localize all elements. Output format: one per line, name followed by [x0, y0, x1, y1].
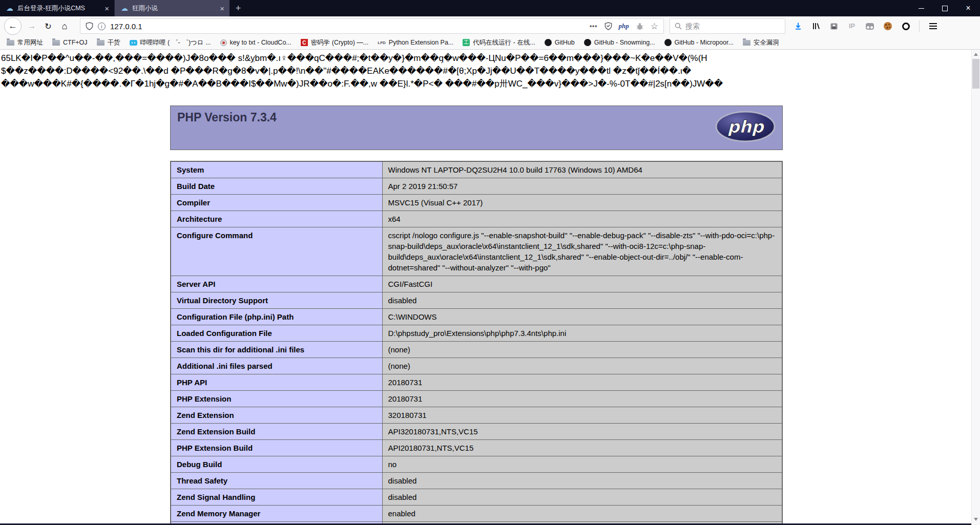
bookmark-label: GitHub - Micropoor...: [675, 39, 734, 46]
garbled-text-line: ���w���K#�{����.�Γ�1hj�g�#�A��B���I$��Mw…: [0, 77, 980, 90]
phpinfo-row-label: Virtual Directory Support: [171, 292, 382, 309]
page-actions-icon[interactable]: [590, 23, 598, 30]
phpinfo-row-value: CGI/FastCGI: [382, 276, 782, 292]
table-row: Debug Buildno: [171, 456, 782, 473]
home-button[interactable]: [56, 18, 73, 34]
url-input[interactable]: [110, 22, 585, 31]
table-row: Virtual Directory Supportdisabled: [171, 292, 782, 309]
tab-close-icon[interactable]: [219, 5, 225, 12]
search-bar[interactable]: [670, 18, 785, 34]
phpinfo-row-value: x64: [382, 211, 782, 227]
bookmark-item[interactable]: GitHub - Micropoor...: [660, 37, 738, 48]
phpinfo-row-label: PHP Extension: [171, 391, 382, 407]
phpinfo-row-value: (none): [382, 358, 782, 374]
search-icon: [675, 23, 682, 30]
phpinfo-row-value: disabled: [382, 489, 782, 506]
bookmark-item[interactable]: 工代码在线运行 - 在线...: [458, 37, 540, 48]
table-row: Loaded Configuration FileD:\phpstudy_pro…: [171, 325, 782, 342]
table-row: Additional .ini files parsed(none): [171, 358, 782, 374]
phpinfo-row-value: 20180731: [382, 374, 782, 391]
zap-extension-button[interactable]: [900, 20, 912, 32]
bookmark-item[interactable]: GitHub: [540, 37, 579, 48]
library-button[interactable]: [810, 20, 822, 32]
scroll-up-icon[interactable]: [974, 53, 978, 56]
library-icon: [812, 22, 821, 30]
window-controls: [909, 0, 980, 16]
crypto-site-icon: C: [301, 39, 308, 46]
table-row: CompilerMSVC15 (Visual C++ 2017): [171, 195, 782, 211]
tab-novel-site[interactable]: 狂雨小说: [115, 0, 230, 16]
url-bar[interactable]: php: [80, 18, 664, 34]
phpinfo-row-label: Compiler: [171, 195, 382, 211]
folder-icon: [7, 40, 14, 46]
bookmark-item[interactable]: LFDPython Extension Pa...: [373, 37, 458, 48]
hamburger-menu-icon: [929, 23, 937, 29]
table-row: Server APICGI/FastCGI: [171, 276, 782, 292]
tab-close-icon[interactable]: [103, 5, 110, 12]
search-input[interactable]: [685, 22, 780, 30]
site-info-icon[interactable]: [98, 23, 106, 30]
forward-button[interactable]: [24, 18, 40, 34]
php-logo: php: [715, 110, 776, 143]
phpinfo-row-label: Zend Extension Build: [171, 424, 382, 440]
php-technology-badge[interactable]: php: [619, 22, 629, 30]
reload-button[interactable]: [40, 18, 56, 34]
ring-icon: [902, 23, 910, 30]
bookmark-item[interactable]: 常用网址: [2, 37, 48, 48]
cookie-extension-button[interactable]: [882, 20, 894, 32]
firefox-window: 后台登录-狂雨小说CMS 狂雨小说 php: [0, 0, 980, 525]
bookmark-label: 常用网址: [17, 38, 43, 47]
table-row: Zend Memory Managerenabled: [171, 506, 782, 522]
bookmark-star-icon[interactable]: [651, 21, 658, 32]
bookmark-item[interactable]: CTF+OJ: [48, 37, 92, 48]
close-button[interactable]: [956, 0, 980, 16]
phpinfo-row-value: D:\phpstudy_pro\Extensions\php\php7.3.4n…: [382, 325, 782, 342]
table-row: Configure Commandcscript /nologo configu…: [171, 227, 782, 276]
rain-cloud-favicon-icon: [6, 5, 13, 12]
bookmark-item[interactable]: 哔哩哔哩 ( ゜- ゜)つロ ...: [125, 37, 216, 48]
phpinfo-header: PHP Version 7.3.4 php: [170, 106, 783, 150]
new-tab-button[interactable]: [230, 0, 247, 16]
bookmark-item[interactable]: C密码学 (Crypto) —...: [296, 37, 373, 48]
tab-bar: 后台登录-狂雨小说CMS 狂雨小说: [0, 0, 980, 16]
table-row: Zend Signal Handlingdisabled: [171, 489, 782, 506]
table-row: Build DateApr 2 2019 21:50:57: [171, 178, 782, 195]
phpinfo-section: PHP Version 7.3.4 php SystemWindows N: [170, 106, 783, 525]
tracking-protection-shield-icon[interactable]: [86, 22, 93, 30]
menu-button[interactable]: [927, 20, 939, 32]
scrollbar[interactable]: [971, 50, 980, 525]
phpinfo-row-value: MSVC15 (Visual C++ 2017): [382, 195, 782, 211]
rain-cloud-favicon-icon: [121, 5, 128, 12]
phpinfo-row-label: Additional .ini files parsed: [171, 358, 382, 374]
garbled-text-line: $��z����:D����<92��.\��d �P���R�g�8�v�|.…: [0, 65, 980, 77]
phpinfo-row-label: Scan this dir for additional .ini files: [171, 342, 382, 358]
scroll-down-icon[interactable]: [974, 518, 978, 521]
phpinfo-row-value: disabled: [382, 292, 782, 309]
shield-check-icon[interactable]: [604, 22, 612, 30]
bookmark-label: Python Extension Pa...: [389, 39, 453, 46]
php-version-title: PHP Version 7.3.4: [171, 106, 782, 129]
maximize-button[interactable]: [933, 0, 956, 16]
downloads-button[interactable]: [792, 20, 804, 32]
bookmark-item[interactable]: 安全漏洞: [738, 37, 784, 48]
proxy-extension-button[interactable]: [864, 20, 876, 32]
scrollbar-thumb[interactable]: [972, 59, 979, 89]
table-row: PHP API20180731: [171, 374, 782, 391]
phpinfo-row-label: Architecture: [171, 211, 382, 227]
bookmark-item[interactable]: key to txt - CloudCo...: [216, 37, 296, 48]
phpinfo-row-label: Configuration File (php.ini) Path: [171, 309, 382, 325]
table-row: Architecturex64: [171, 211, 782, 227]
minimize-button[interactable]: [909, 0, 933, 16]
bookmark-item[interactable]: GitHub - Snowming...: [579, 37, 660, 48]
ip-extension-button[interactable]: IP: [846, 20, 858, 32]
bug-icon[interactable]: [636, 22, 644, 30]
bookmark-label: 安全漏洞: [754, 38, 779, 47]
tab-backend-login[interactable]: 后台登录-狂雨小说CMS: [0, 0, 115, 16]
bookmark-label: 哔哩哔哩 ( ゜- ゜)つロ ...: [140, 38, 211, 47]
page-content: 65LK�I�P��^u��-��,���=����)J�8o��� s!&ỵb…: [0, 50, 980, 525]
hackbar-extension-button[interactable]: [828, 20, 840, 32]
bookmark-label: CTF+OJ: [63, 39, 88, 46]
back-button[interactable]: [4, 17, 22, 35]
bookmark-item[interactable]: 干货: [92, 37, 125, 48]
bookmark-label: GitHub - Snowming...: [594, 39, 655, 46]
